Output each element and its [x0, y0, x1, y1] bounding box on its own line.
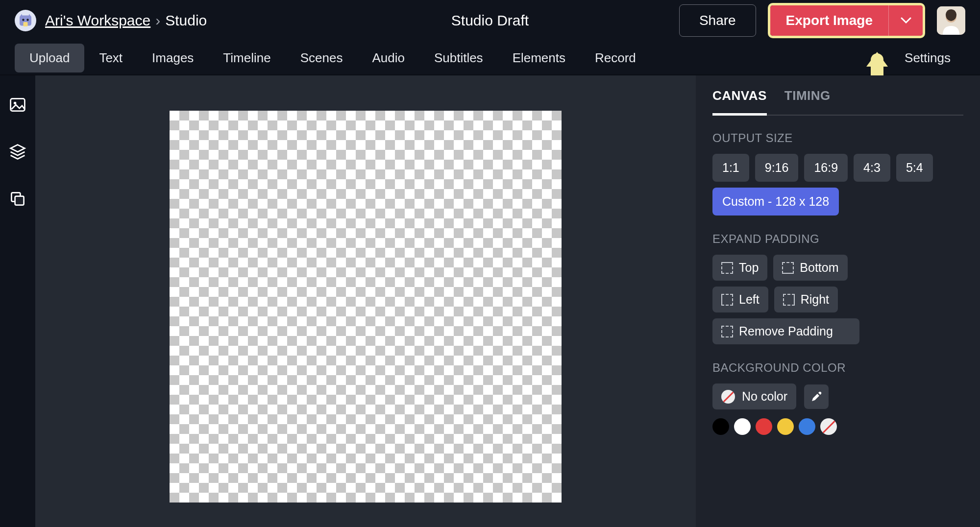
- tool-sidebar: [0, 75, 35, 527]
- ratio-5-4[interactable]: 5:4: [896, 154, 933, 182]
- canvas-viewport[interactable]: [35, 75, 696, 527]
- color-swatches: [712, 418, 963, 435]
- tab-canvas[interactable]: CANVAS: [712, 88, 767, 116]
- pad-right-icon: [783, 294, 795, 306]
- menu-scenes[interactable]: Scenes: [286, 44, 358, 72]
- pad-left-icon: [721, 294, 733, 306]
- sidebar-image-icon[interactable]: [8, 95, 27, 115]
- remove-padding-label: Remove Padding: [739, 324, 833, 338]
- chevron-down-icon: [901, 17, 911, 24]
- share-button[interactable]: Share: [679, 4, 756, 37]
- svg-rect-6: [11, 98, 25, 111]
- sidebar-copy-icon[interactable]: [8, 189, 27, 209]
- no-color-swatch-icon: [721, 390, 735, 404]
- pad-top-button[interactable]: Top: [712, 255, 767, 281]
- pad-bottom-icon: [782, 262, 794, 274]
- breadcrumb-location: Studio: [165, 12, 207, 29]
- user-avatar[interactable]: [937, 6, 965, 35]
- export-image-button[interactable]: Export Image: [770, 5, 888, 36]
- eyedropper-button[interactable]: [804, 384, 829, 409]
- app-header: Ari's Workspace › Studio Studio Draft Sh…: [0, 0, 980, 41]
- ratio-9-16[interactable]: 9:16: [755, 154, 799, 182]
- svg-point-2: [22, 19, 24, 21]
- background-color-heading: BACKGROUND COLOR: [712, 361, 963, 375]
- output-size-heading: OUTPUT SIZE: [712, 131, 963, 145]
- menu-record[interactable]: Record: [580, 44, 651, 72]
- ratio-1-1[interactable]: 1:1: [712, 154, 749, 182]
- aspect-ratio-row: 1:1 9:16 16:9 4:3 5:4 Custom - 128 x 128: [712, 154, 963, 216]
- main-menubar: Upload Text Images Timeline Scenes Audio…: [0, 41, 980, 75]
- panel-tabs: CANVAS TIMING: [712, 88, 963, 116]
- breadcrumb-separator: ›: [155, 12, 160, 29]
- pad-bottom-button[interactable]: Bottom: [773, 255, 847, 281]
- svg-rect-1: [24, 22, 28, 26]
- menu-timeline[interactable]: Timeline: [208, 44, 285, 72]
- canvas[interactable]: [170, 111, 562, 503]
- export-button-group: Export Image: [768, 3, 925, 38]
- breadcrumb: Ari's Workspace › Studio: [45, 12, 207, 29]
- ratio-custom[interactable]: Custom - 128 x 128: [712, 188, 839, 216]
- pad-right-label: Right: [801, 292, 829, 307]
- ratio-4-3[interactable]: 4:3: [854, 154, 890, 182]
- expand-padding-heading: EXPAND PADDING: [712, 232, 963, 246]
- swatch-none[interactable]: [820, 418, 837, 435]
- ratio-16-9[interactable]: 16:9: [804, 154, 848, 182]
- workspace-link[interactable]: Ari's Workspace: [45, 12, 150, 29]
- pad-top-icon: [721, 262, 733, 274]
- pad-left-label: Left: [739, 292, 760, 307]
- workspace-avatar[interactable]: [15, 10, 36, 31]
- swatch-yellow[interactable]: [777, 418, 794, 435]
- menu-elements[interactable]: Elements: [498, 44, 580, 72]
- svg-point-3: [26, 19, 29, 21]
- pad-top-label: Top: [739, 261, 759, 275]
- svg-rect-9: [15, 196, 24, 205]
- eyedropper-icon: [810, 391, 822, 403]
- menu-audio[interactable]: Audio: [357, 44, 419, 72]
- swatch-blue[interactable]: [799, 418, 815, 435]
- pad-left-button[interactable]: Left: [712, 287, 768, 312]
- swatch-black[interactable]: [712, 418, 729, 435]
- pad-bottom-label: Bottom: [800, 261, 838, 275]
- remove-padding-icon: [721, 326, 733, 337]
- pad-right-button[interactable]: Right: [774, 287, 838, 312]
- color-controls: No color: [712, 383, 963, 409]
- project-title[interactable]: Studio Draft: [451, 12, 529, 29]
- menu-upload[interactable]: Upload: [15, 44, 84, 72]
- padding-controls: Top Bottom Left Right Remove Padding: [712, 255, 899, 344]
- no-color-button[interactable]: No color: [712, 383, 796, 409]
- swatch-red[interactable]: [756, 418, 772, 435]
- sidebar-layers-icon[interactable]: [8, 142, 27, 162]
- menu-images[interactable]: Images: [137, 44, 208, 72]
- menu-settings[interactable]: Settings: [890, 44, 965, 72]
- remove-padding-button[interactable]: Remove Padding: [712, 318, 859, 344]
- menu-subtitles[interactable]: Subtitles: [419, 44, 498, 72]
- tab-timing[interactable]: TIMING: [784, 88, 831, 115]
- properties-panel: CANVAS TIMING OUTPUT SIZE 1:1 9:16 16:9 …: [696, 75, 980, 527]
- swatch-white[interactable]: [734, 418, 751, 435]
- workspace: CANVAS TIMING OUTPUT SIZE 1:1 9:16 16:9 …: [0, 75, 980, 527]
- export-dropdown-button[interactable]: [888, 5, 923, 36]
- menu-text[interactable]: Text: [84, 44, 137, 72]
- no-color-label: No color: [742, 389, 787, 404]
